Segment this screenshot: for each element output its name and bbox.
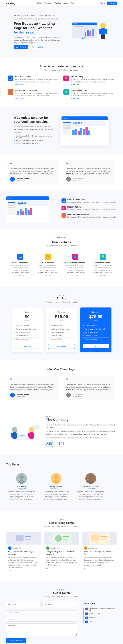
stat-team-label: Team: [59, 446, 65, 448]
testimonials-grid: " "Separated they live in Bookmarksgrove…: [8, 160, 115, 184]
price-period-free: /month: [14, 320, 40, 322]
feat-dot-2: [9, 198, 10, 198]
blog-body-1: Posted by Jab Managing the roles of disp…: [6, 544, 41, 574]
svg-point-35: [19, 475, 24, 480]
check-std-2: ✓: [48, 328, 50, 330]
signin-button[interactable]: Sign in: [100, 2, 105, 4]
price-btn-premium[interactable]: Get started: [83, 344, 109, 348]
blog-avatar-1: [8, 546, 11, 550]
blog-likes-3: ♥ 3: [84, 568, 115, 569]
more-feat-title: More Features: [6, 240, 117, 244]
price-feat-pre-1: ✓First free trial here: [83, 324, 109, 328]
team-bio-1: Separated they live in Bookmarksgrove ri…: [8, 491, 36, 500]
adv-link-3[interactable]: MORE INFO...: [15, 98, 25, 99]
testimonial-2: " "Separated they live in Bookmarksgrove…: [64, 160, 115, 184]
firstname-input[interactable]: [6, 602, 41, 607]
hero-primary-btn[interactable]: Get Started: [14, 45, 28, 50]
hero-actions: Get Started Watch Video: [14, 45, 63, 50]
more-feat-icon-2: 🎨: [45, 254, 51, 260]
stat-accounts-label: Accounts: [46, 446, 54, 448]
blog-title: Recent Blog Posts: [6, 522, 117, 524]
client-info-2: Jimmy Wilson Founder, CEO: [72, 394, 83, 397]
check-pre-3: ✓: [83, 332, 84, 334]
lastname-input[interactable]: [42, 602, 77, 607]
adv-desc-3: Far far away, behind the word mountains,…: [15, 92, 60, 97]
dash-menu-5: [63, 128, 70, 129]
team-card-3: Richard Cruise Founder, CEO Separated th…: [75, 470, 106, 504]
accent-divider: [59, 239, 64, 240]
nav-home[interactable]: Home: [37, 2, 42, 4]
adv-link-2[interactable]: MORE INFO...: [71, 84, 81, 86]
team-section: The Team Jab Smith Founder, CEO Separate…: [0, 455, 123, 511]
hero-secondary-btn[interactable]: Watch Video: [30, 45, 45, 50]
adv-text-1: Built for Developers Far far away, behin…: [15, 76, 60, 86]
address-text: 198 Tremont St. Birmingham, Alabama, US: [89, 608, 117, 611]
svg-rect-55: [101, 539, 106, 540]
company-desc3: Far far away, behind the word mountains,…: [46, 436, 117, 439]
feat-bar-5: [28, 210, 30, 215]
send-button[interactable]: Send Message: [6, 638, 26, 644]
contact-website: 🌐 untree.co: [85, 620, 117, 623]
email-input[interactable]: [6, 610, 77, 615]
company-title: The Company: [46, 418, 117, 422]
client-name-1: Cameron Fisher: [16, 394, 29, 395]
nav-features[interactable]: Features: [45, 2, 52, 4]
price-btn-free[interactable]: Get started: [14, 344, 40, 349]
svg-point-12: [100, 23, 106, 28]
phone-icon: 📞: [85, 612, 88, 615]
check-1: ✓ Far far away, behind the word mountain…: [14, 135, 54, 139]
nav-about[interactable]: About: [63, 2, 68, 4]
client-quote-2: ": [66, 378, 113, 382]
more-feat-desc-2: Far far away, behind the word mountains,…: [37, 264, 59, 276]
signup-button[interactable]: Sign up: [107, 2, 117, 5]
form-subject-group: [6, 617, 77, 622]
more-feat-desc-1: Far far away, behind the word mountains,…: [9, 264, 31, 276]
price-feat-pre-4: ✓Countries Vokalia: [83, 334, 109, 338]
price-btn-standard[interactable]: Get started: [48, 344, 74, 349]
adv-link-1[interactable]: MORE INFO...: [15, 84, 25, 86]
feat-design-icon: 🎨: [62, 207, 65, 209]
adv-link-4[interactable]: MORE INFO...: [71, 98, 81, 99]
client-author-1: Cameron Fisher Founder, CEO: [10, 393, 57, 398]
client-avatar-1: [10, 393, 15, 398]
blog-author-text-1: Posted by Jab: [12, 547, 21, 549]
svg-rect-13: [101, 28, 105, 35]
features-list: 💻 Built for Developers Far far away, beh…: [62, 198, 117, 221]
hero-illustration: [69, 20, 109, 44]
svg-rect-52: [91, 534, 100, 542]
team-avatar-2: [51, 473, 62, 484]
subject-input[interactable]: [6, 617, 77, 622]
price-tier-premium: Premium: [83, 311, 109, 313]
hero-line1: Far far away, behind the word mountains,…: [14, 14, 63, 17]
contact-inner: Send Message Contact Info 📍 198 Tremont …: [6, 602, 117, 644]
more-feat-icon-3: 🌐: [72, 254, 78, 260]
price-feat-std-4: ✓Countries Vokalia: [48, 334, 74, 338]
feat-bar-3: [22, 212, 24, 215]
svg-rect-50: [63, 539, 68, 540]
adv-desc-1: Far far away, behind the word mountains,…: [15, 78, 60, 83]
feat-dot-1: [7, 198, 8, 198]
company-desc2: Separated they live in Bookmarksgrove ri…: [46, 430, 117, 435]
blog-img-1: [6, 532, 41, 544]
team-grid: Jab Smith Founder, CEO Separated they li…: [6, 470, 106, 504]
message-input[interactable]: [6, 624, 77, 636]
design-icon: 🎨: [65, 77, 67, 80]
check-text-2: Far far away, behind the word the land.: [16, 140, 45, 141]
dash-menu-2: [63, 124, 70, 124]
test-author-2: Jimmy Wilson Founder, CEO: [66, 177, 113, 182]
nav-pricing[interactable]: Pricing: [55, 2, 61, 4]
blog-grid: Posted by Jab Managing the roles of disp…: [6, 532, 117, 574]
svg-rect-7: [73, 29, 81, 30]
svg-rect-27: [19, 434, 27, 440]
quote-mark-1: ": [10, 162, 57, 166]
team-name-3: Richard Cruise: [77, 486, 105, 488]
feat-laptop-icon: 💻: [62, 200, 65, 202]
pricing-grid: Free $0 /month ✓First free trial here ✓F…: [11, 308, 112, 352]
feat-icon-1: 💻: [62, 198, 66, 203]
feat-title-3: Build Stunning Websites: [67, 213, 116, 216]
blog-post-title-1: Managing the roles of displaying callbac…: [8, 551, 39, 556]
nav-contact[interactable]: Contact: [71, 2, 77, 4]
feat-desc-3: Far far away, behind the word mountains,…: [67, 216, 116, 218]
more-features-section: Features More Features Far from the coun…: [0, 229, 123, 287]
feat-title-1: Built for Developers: [67, 198, 116, 200]
